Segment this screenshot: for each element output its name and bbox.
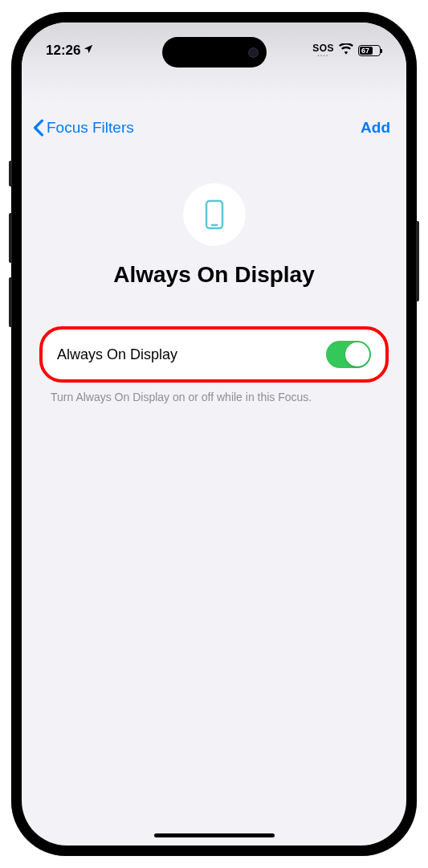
feature-icon-circle (183, 183, 246, 246)
volume-down (9, 277, 12, 327)
navigation-bar: Focus Filters Add (22, 109, 406, 146)
wifi-icon (339, 43, 353, 58)
toggle-thumb (345, 342, 369, 366)
sos-indicator: SOS •••• (312, 43, 334, 58)
phone-icon (205, 199, 224, 230)
page-title: Always On Display (113, 262, 315, 288)
back-label: Focus Filters (47, 119, 134, 137)
screen: 12:26 SOS •••• (22, 23, 406, 845)
status-left: 12:26 (46, 43, 94, 59)
content-area: Always On Display Always On Display Turn… (22, 183, 406, 403)
clock-text: 12:26 (46, 43, 80, 59)
always-on-display-toggle[interactable] (326, 341, 371, 368)
phone-frame: 12:26 SOS •••• (11, 12, 417, 856)
add-button[interactable]: Add (361, 119, 395, 137)
home-indicator[interactable] (154, 833, 275, 837)
always-on-display-row[interactable]: Always On Display (39, 326, 389, 383)
battery-icon: 67 (358, 45, 382, 56)
back-button[interactable]: Focus Filters (33, 119, 134, 137)
setting-description: Turn Always On Display on or off while i… (22, 391, 406, 403)
location-icon (83, 43, 94, 59)
power-button (416, 221, 419, 301)
status-bar: 12:26 SOS •••• (22, 23, 406, 71)
status-right: SOS •••• 67 (312, 43, 382, 58)
volume-up (9, 213, 12, 263)
chevron-left-icon (33, 119, 44, 137)
mute-switch (9, 161, 12, 186)
setting-label: Always On Display (57, 346, 177, 363)
